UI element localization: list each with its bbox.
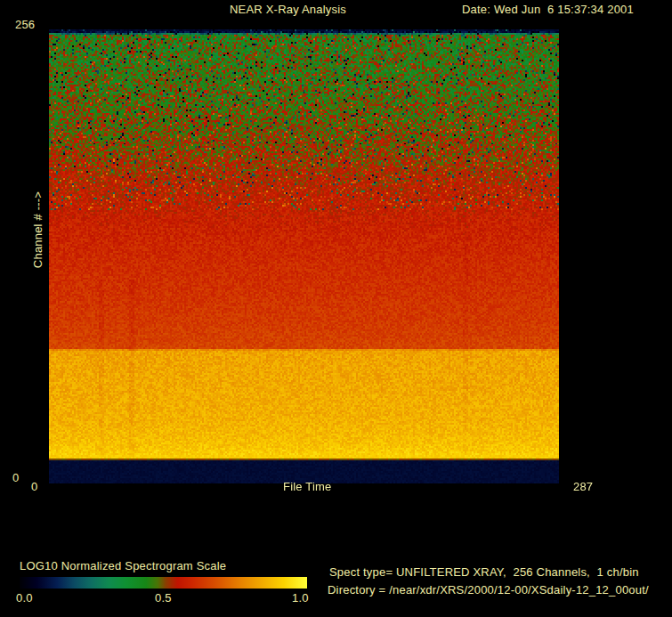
y-axis-min-label: 0 [12, 472, 19, 483]
x-axis-max-label: 287 [573, 481, 593, 492]
colorbar-tick-mid: 0.5 [155, 592, 172, 604]
colorbar-title: LOG10 Normalized Spectrogram Scale [20, 560, 226, 572]
colorbar-tick-min: 0.0 [16, 592, 33, 604]
colorbar-gradient [20, 577, 307, 589]
x-axis-title: File Time [283, 481, 332, 492]
spect-type-label: Spect type= UNFILTERED XRAY, 256 Channel… [329, 566, 639, 578]
y-axis-title: Channel # ---> [31, 191, 45, 268]
page-title: NEAR X-Ray Analysis [230, 4, 346, 15]
date-label: Date: Wed Jun 6 15:37:34 2001 [462, 4, 634, 15]
spectrogram-heatmap [49, 29, 559, 483]
x-axis-min-label: 0 [31, 481, 37, 492]
colorbar-tick-max: 1.0 [292, 592, 309, 604]
directory-label: Directory = /near/xdr/XRS/2000/12-00/XSd… [328, 584, 649, 596]
near-xray-analysis-window: NEAR X-Ray Analysis Date: Wed Jun 6 15:3… [0, 0, 672, 617]
y-axis-max-label: 256 [15, 19, 35, 30]
